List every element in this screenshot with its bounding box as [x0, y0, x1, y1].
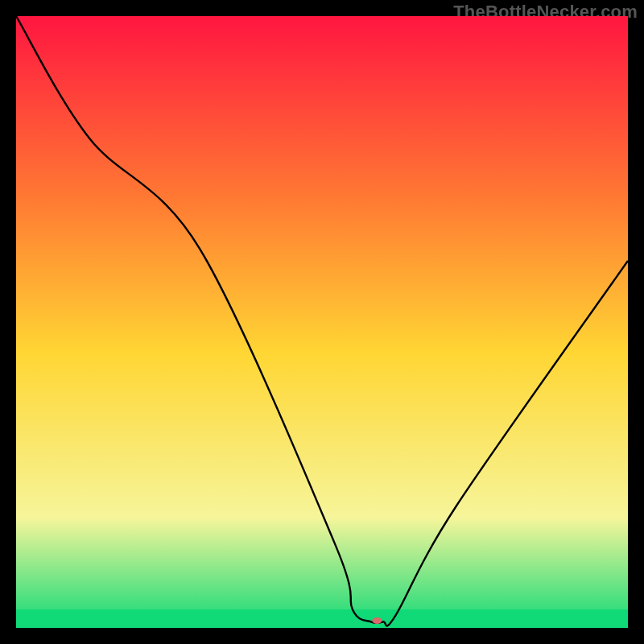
chart-plot-area	[16, 16, 628, 628]
gradient-background	[16, 16, 628, 628]
green-band	[16, 609, 628, 628]
chart-frame: TheBottleNecker.com	[0, 0, 644, 644]
operating-point-marker	[372, 617, 382, 624]
chart-svg	[16, 16, 628, 628]
